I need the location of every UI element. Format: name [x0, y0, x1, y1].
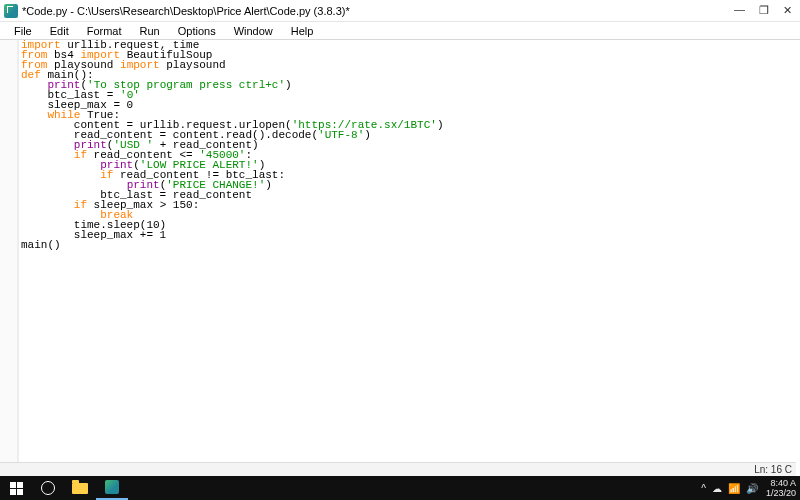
code-token: )	[285, 79, 292, 91]
sound-icon[interactable]: 🔊	[746, 483, 758, 494]
code-token: main()	[21, 239, 61, 251]
close-button[interactable]: ✕	[783, 4, 792, 17]
menu-edit[interactable]: Edit	[42, 24, 77, 38]
menu-file[interactable]: File	[6, 24, 40, 38]
onedrive-icon[interactable]: ☁	[712, 483, 722, 494]
cortana-icon	[41, 481, 55, 495]
cursor-position: Ln: 16 C	[754, 464, 792, 475]
maximize-button[interactable]: ❐	[759, 4, 769, 17]
app-icon	[4, 4, 18, 18]
window-controls: — ❐ ✕	[734, 4, 798, 17]
clock-date: 1/23/20	[766, 488, 796, 498]
tray-overflow-icon[interactable]: ^	[701, 483, 706, 494]
idle-taskbar-button[interactable]	[96, 476, 128, 500]
gutter	[0, 40, 18, 462]
taskbar-clock[interactable]: 8:40 A 1/23/20	[766, 478, 796, 498]
menu-options[interactable]: Options	[170, 24, 224, 38]
folder-icon	[72, 483, 88, 494]
code-token: )	[437, 119, 444, 131]
menu-window[interactable]: Window	[226, 24, 281, 38]
clock-time: 8:40 A	[766, 478, 796, 488]
file-explorer-button[interactable]	[64, 476, 96, 500]
code-token: import	[120, 59, 160, 71]
menu-help[interactable]: Help	[283, 24, 322, 38]
minimize-button[interactable]: —	[734, 3, 745, 15]
statusbar: Ln: 16 C	[0, 462, 796, 476]
windows-icon	[10, 482, 23, 495]
window-title: *Code.py - C:\Users\Research\Desktop\Pri…	[22, 5, 350, 17]
titlebar: *Code.py - C:\Users\Research\Desktop\Pri…	[0, 0, 800, 22]
code-token: )	[364, 129, 371, 141]
menu-run[interactable]: Run	[132, 24, 168, 38]
cortana-button[interactable]	[32, 476, 64, 500]
code-editor[interactable]: import urllib.request, time from bs4 imp…	[18, 40, 800, 462]
system-tray[interactable]: ^ ☁ 📶 🔊	[701, 483, 758, 494]
code-token: playsound	[160, 59, 226, 71]
network-icon[interactable]: 📶	[728, 483, 740, 494]
code-token: )	[265, 179, 272, 191]
menubar: File Edit Format Run Options Window Help	[0, 22, 800, 40]
python-idle-icon	[105, 480, 119, 494]
start-button[interactable]	[0, 476, 32, 500]
menu-format[interactable]: Format	[79, 24, 130, 38]
code-token: 'UTF-8'	[318, 129, 364, 141]
taskbar: ^ ☁ 📶 🔊 8:40 A 1/23/20	[0, 476, 800, 500]
